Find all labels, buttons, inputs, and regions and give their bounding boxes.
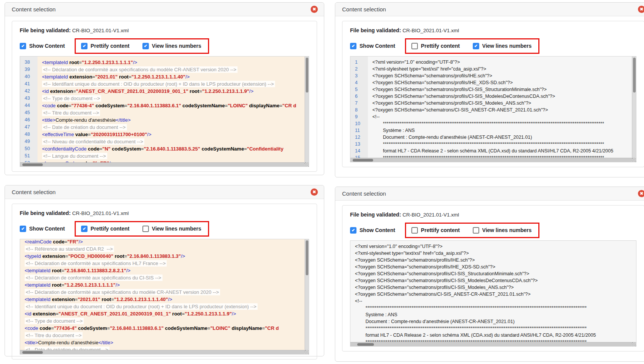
resize-handle-icon[interactable]: [305, 350, 309, 354]
checkbox-label: Show Content: [360, 43, 395, 49]
checkbox-label: Show Content: [29, 43, 65, 49]
validation-box: File being validated: CR-BIO_2021.01-V1.…: [342, 205, 644, 351]
checkbox-box: ✔: [473, 43, 479, 49]
checkbox-label: View lines numbers: [482, 43, 531, 49]
view-lines-numbers-checkbox[interactable]: ✔ View lines numbers: [142, 43, 201, 49]
vertical-scrollbar[interactable]: [305, 56, 309, 162]
panel-header: Content selection ✖: [5, 3, 324, 16]
file-being-validated: File being validated: CR-BIO_2021.01-V1.…: [350, 27, 636, 33]
checkbox-label: Prettify content: [91, 43, 130, 49]
content-selection-panel-top-left: Content selection ✖ File being validated…: [5, 2, 324, 175]
code-lines: <realmCode code="FR"/><!-- Référence au …: [20, 239, 309, 354]
checkbox-label: Prettify content: [91, 226, 130, 232]
close-icon[interactable]: ✖: [638, 190, 644, 197]
file-name: CR-BIO_2021.01-V1.xml: [72, 28, 128, 33]
scrollbar-thumb[interactable]: [357, 343, 374, 346]
content-selection-panel-bottom-left: Content selection ✖ File being validated…: [5, 185, 324, 356]
file-label: File being validated:: [20, 210, 71, 216]
close-icon[interactable]: ✖: [638, 6, 644, 13]
code-lines: <?xml version="1.0" encoding="UTF-8"?><?…: [350, 241, 636, 346]
highlight-rectangle: Prettify content View lines numbers: [405, 223, 539, 238]
checkbox-row: ✔ Show Content ✔ Prettify content ✔ View…: [20, 37, 309, 55]
panel-body: File being validated: CR-BIO_2021.01-V1.…: [5, 199, 324, 364]
resize-handle-icon[interactable]: [305, 162, 309, 166]
file-being-validated: File being validated: CR-BIO_2021.01-V1.…: [20, 210, 309, 216]
xml-code-view[interactable]: <?xml version="1.0" encoding="UTF-8"?><?…: [350, 240, 636, 347]
scrollbar-thumb[interactable]: [22, 163, 43, 166]
checkbox-box: [411, 227, 418, 234]
content-selection-panel-top-right: Content selection ✖ File being validated…: [335, 2, 644, 177]
view-lines-numbers-checkbox[interactable]: View lines numbers: [142, 226, 201, 232]
scrollbar-thumb[interactable]: [306, 58, 308, 93]
file-being-validated: File being validated: CR-BIO_2021.01-V1.…: [20, 27, 309, 33]
scrollbar-thumb[interactable]: [353, 159, 373, 162]
scrollbar-thumb[interactable]: [306, 240, 308, 275]
file-label: File being validated:: [20, 27, 71, 33]
file-label: File being validated:: [350, 27, 401, 33]
panel-title: Content selection: [12, 189, 56, 195]
horizontal-scrollbar[interactable]: [350, 158, 636, 162]
code-lines: <?xml version="1.0" encoding="UTF-8"?><?…: [368, 56, 636, 162]
checkbox-row: ✔ Show Content Prettify content View lin…: [350, 221, 636, 239]
panel-title: Content selection: [342, 190, 386, 197]
file-being-validated: File being validated: CR-BIO_2021.01-V1.…: [350, 212, 636, 218]
xml-code-view[interactable]: 12345678910111213141516 <?xml version="1…: [350, 56, 636, 162]
checkbox-box: ✔: [142, 43, 149, 49]
line-number-gutter: 38394041424344454647484950515253: [20, 56, 38, 166]
scrollbar-thumb[interactable]: [633, 58, 636, 93]
checkbox-label: Prettify content: [421, 43, 460, 49]
resize-handle-icon[interactable]: [632, 158, 636, 162]
close-icon[interactable]: ✖: [311, 188, 318, 196]
checkbox-box: ✔: [81, 43, 88, 49]
vertical-scrollbar[interactable]: [305, 239, 309, 350]
highlight-rectangle: ✔ Prettify content ✔ View lines numbers: [75, 38, 209, 54]
checkbox-label: Show Content: [29, 226, 65, 232]
highlight-rectangle: ✔ Prettify content View lines numbers: [75, 221, 209, 237]
horizontal-scrollbar[interactable]: [20, 162, 309, 166]
xml-code-view[interactable]: 38394041424344454647484950515253 <templa…: [20, 56, 309, 167]
code-lines: <templateId root="1.2.250.1.213.1.1.1.1"…: [38, 56, 309, 166]
panel-body: File being validated: CR-BIO_2021.01-V1.…: [335, 201, 644, 357]
horizontal-scrollbar[interactable]: [350, 342, 636, 346]
panel-header: Content selection ✖: [5, 185, 324, 199]
prettify-content-checkbox[interactable]: Prettify content: [411, 43, 460, 49]
panel-header: Content selection ✖: [335, 187, 644, 201]
checkbox-box: ✔: [350, 227, 356, 234]
checkbox-box: ✔: [81, 226, 88, 232]
file-label: File being validated:: [350, 212, 401, 218]
view-lines-numbers-checkbox[interactable]: View lines numbers: [473, 227, 531, 234]
panel-title: Content selection: [342, 6, 386, 13]
panel-header: Content selection ✖: [335, 3, 644, 16]
resize-handle-icon[interactable]: [632, 342, 636, 346]
panel-body: File being validated: CR-BIO_2021.01-V1.…: [335, 16, 644, 173]
close-icon[interactable]: ✖: [311, 6, 318, 13]
highlight-rectangle: Prettify content ✔ View lines numbers: [405, 38, 539, 54]
checkbox-box: ✔: [20, 226, 26, 232]
validation-box: File being validated: CR-BIO_2021.01-V1.…: [12, 204, 317, 359]
show-content-checkbox[interactable]: ✔ Show Content: [20, 43, 65, 49]
checkbox-label: Prettify content: [421, 227, 460, 233]
screen: Content selection ✖ File being validated…: [0, 0, 644, 364]
xml-code-view[interactable]: <realmCode code="FR"/><!-- Référence au …: [20, 239, 309, 355]
horizontal-scrollbar[interactable]: [20, 350, 309, 354]
checkbox-label: View lines numbers: [152, 43, 201, 49]
show-content-checkbox[interactable]: ✔ Show Content: [350, 43, 395, 49]
content-selection-panel-bottom-right: Content selection ✖ File being validated…: [335, 187, 644, 362]
file-name: CR-BIO_2021.01-V1.xml: [72, 210, 128, 216]
vertical-scrollbar[interactable]: [632, 56, 636, 158]
view-lines-numbers-checkbox[interactable]: ✔ View lines numbers: [473, 43, 531, 49]
prettify-content-checkbox[interactable]: Prettify content: [411, 227, 460, 234]
scrollbar-thumb[interactable]: [22, 351, 43, 354]
file-name: CR-BIO_2021.01-V1.xml: [402, 28, 459, 33]
panel-body: File being validated: CR-BIO_2021.01-V1.…: [5, 16, 324, 177]
checkbox-label: View lines numbers: [482, 227, 531, 233]
prettify-content-checkbox[interactable]: ✔ Prettify content: [81, 43, 130, 49]
checkbox-box: [473, 227, 479, 234]
checkbox-label: View lines numbers: [152, 226, 201, 232]
show-content-checkbox[interactable]: ✔ Show Content: [20, 226, 65, 232]
file-name: CR-BIO_2021.01-V1.xml: [402, 212, 459, 218]
checkbox-box: [411, 43, 418, 49]
checkbox-box: ✔: [350, 43, 356, 49]
show-content-checkbox[interactable]: ✔ Show Content: [350, 227, 395, 234]
prettify-content-checkbox[interactable]: ✔ Prettify content: [81, 226, 130, 232]
